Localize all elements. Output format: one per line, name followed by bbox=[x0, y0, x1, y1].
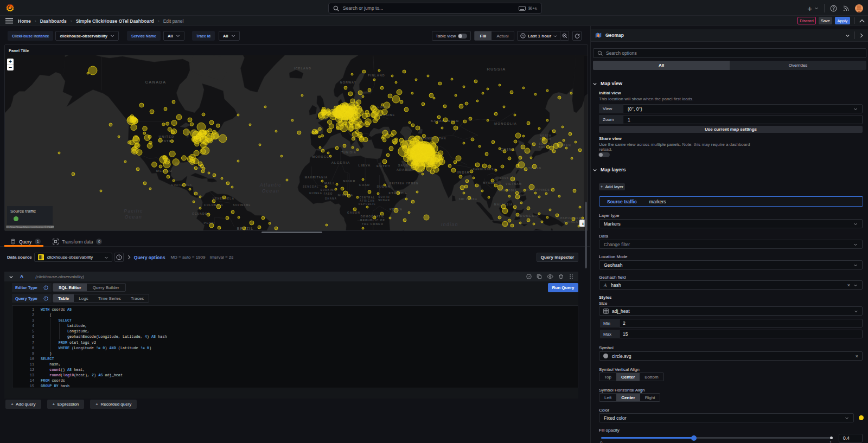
svg-text:Indian: Indian bbox=[441, 222, 458, 227]
svg-text:CHAD: CHAD bbox=[359, 183, 370, 187]
svg-text:GABON: GABON bbox=[347, 211, 360, 214]
svg-text:SOUTH: SOUTH bbox=[378, 196, 390, 198]
svg-text:Atlantic: Atlantic bbox=[259, 182, 282, 188]
svg-text:ARABIA: ARABIA bbox=[397, 168, 412, 171]
svg-text:ICELAND: ICELAND bbox=[294, 67, 311, 70]
svg-text:EGYPT: EGYPT bbox=[376, 164, 391, 168]
svg-text:NIGER: NIGER bbox=[343, 179, 356, 183]
svg-text:ALGERIA: ALGERIA bbox=[331, 161, 350, 164]
svg-text:UNITED: UNITED bbox=[159, 135, 175, 138]
svg-text:Pacific: Pacific bbox=[124, 208, 143, 214]
svg-text:SENEGAL: SENEGAL bbox=[303, 185, 318, 188]
svg-text:Ocean: Ocean bbox=[125, 214, 143, 220]
svg-text:ERITREA: ERITREA bbox=[390, 182, 404, 185]
svg-text:MALI: MALI bbox=[324, 182, 334, 185]
svg-text:SUDAN: SUDAN bbox=[378, 199, 390, 202]
svg-text:FASO: FASO bbox=[324, 192, 333, 195]
svg-text:THE CONGO: THE CONGO bbox=[362, 222, 384, 226]
svg-text:PERU: PERU bbox=[203, 221, 215, 224]
svg-text:VIETNAM: VIETNAM bbox=[506, 182, 522, 185]
svg-text:BANGLADESH: BANGLADESH bbox=[473, 168, 496, 171]
svg-text:YEMEN: YEMEN bbox=[406, 182, 418, 185]
svg-text:NORWAY: NORWAY bbox=[340, 81, 357, 84]
svg-text:LIBYA: LIBYA bbox=[359, 164, 371, 167]
svg-text:LAOS: LAOS bbox=[500, 177, 509, 179]
svg-text:FINLAND: FINLAND bbox=[368, 74, 385, 77]
svg-text:SURINAME: SURINAME bbox=[233, 204, 251, 207]
svg-text:TUNISIA: TUNISIA bbox=[341, 151, 356, 154]
svg-text:CENTRAL: CENTRAL bbox=[359, 196, 375, 199]
svg-text:INDIA: INDIA bbox=[457, 170, 470, 174]
svg-text:GUINEA: GUINEA bbox=[309, 192, 322, 195]
svg-text:BURKINA: BURKINA bbox=[321, 189, 336, 191]
svg-text:AFRICAN: AFRICAN bbox=[360, 200, 375, 202]
svg-text:NORTH: NORTH bbox=[540, 134, 552, 137]
svg-text:MONGOLIA: MONGOLIA bbox=[494, 122, 517, 125]
svg-text:RUSSIA: RUSSIA bbox=[487, 67, 506, 72]
svg-text:GHANA: GHANA bbox=[325, 197, 337, 200]
svg-text:GUATEMALA: GUATEMALA bbox=[171, 184, 192, 187]
svg-text:REPUBLIC OF: REPUBLIC OF bbox=[360, 219, 385, 222]
svg-text:REPUBLIC: REPUBLIC bbox=[359, 203, 376, 206]
svg-text:MAURITANIA: MAURITANIA bbox=[305, 176, 328, 179]
svg-text:CANADA: CANADA bbox=[145, 80, 166, 85]
svg-text:Ocean: Ocean bbox=[262, 188, 280, 194]
svg-text:PAPUA NEW: PAPUA NEW bbox=[560, 216, 582, 220]
